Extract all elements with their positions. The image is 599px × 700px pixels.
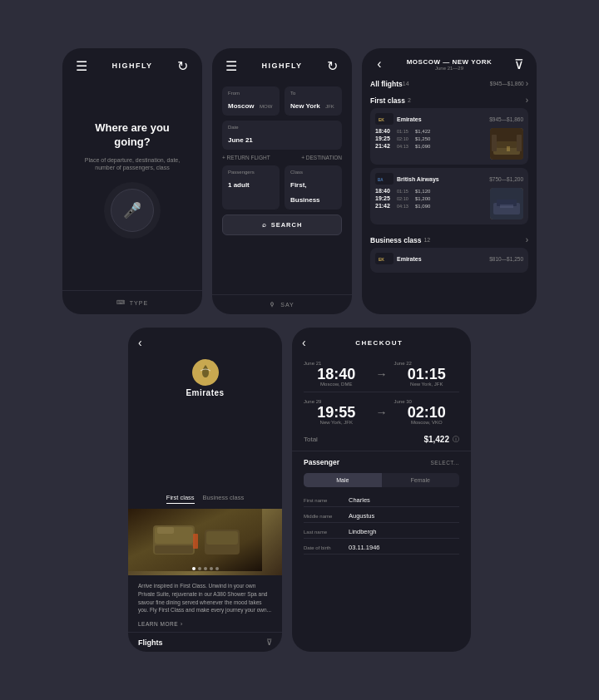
svg-rect-5: [507, 146, 510, 151]
outbound-depart: June 21 18:40 Moscow, DME: [304, 361, 369, 387]
all-flights-header[interactable]: All flights 14 $945—$1,860 ›: [370, 75, 528, 91]
date-label: Date: [228, 125, 336, 130]
ba-flight-row-2: 19:25 02:10 $1,200: [375, 195, 488, 201]
british-airways-card[interactable]: BA British Airways $750—$1,200 18:40: [370, 168, 528, 224]
middle-name-label: Middle name: [304, 514, 349, 519]
outbound-segment: June 21 18:40 Moscow, DME → June 22 01:1…: [292, 356, 471, 390]
photo-dot-4[interactable]: [210, 567, 213, 570]
voice-content: Where are you going? Place of departure,…: [62, 80, 202, 290]
svg-rect-20: [155, 545, 193, 554]
first-class-section: First class 2 › EK: [370, 91, 528, 224]
svg-text:EK: EK: [379, 117, 384, 122]
return-depart-time: 19:55: [317, 405, 355, 420]
first-name-value: Charles: [349, 496, 370, 504]
return-flight-btn[interactable]: + RETURN FLIGHT: [222, 155, 270, 160]
back-button-airline[interactable]: ‹: [138, 336, 142, 349]
svg-text:BA: BA: [378, 178, 384, 182]
gender-female-btn[interactable]: Female: [382, 473, 460, 487]
back-icon-results[interactable]: ‹: [372, 57, 387, 71]
first-class-chevron: ›: [526, 96, 528, 105]
search-bottom-bar: 🎙 SAY: [212, 294, 352, 314]
gender-male-btn[interactable]: Male: [304, 473, 382, 487]
return-arrive-airport: Moscow, VKO: [411, 420, 443, 425]
search-icon: ⌕: [262, 221, 267, 229]
screen-airline-detail: ‹ Emirates First class Business class: [128, 328, 282, 652]
flight-row-1: 18:40 01:15 $1,422: [375, 128, 488, 134]
type-label: TYPE: [130, 300, 148, 306]
type-button[interactable]: ⌨ TYPE: [116, 299, 148, 306]
flight-row-3: 21:42 04:13 $1,090: [375, 143, 488, 149]
voice-subtext: Place of departure, destination, date, n…: [77, 156, 187, 173]
last-name-value: Lindbergh: [349, 528, 376, 535]
flight-row-2: 19:25 02:10 $1,250: [375, 136, 488, 141]
say-button[interactable]: 🎙 SAY: [270, 302, 295, 308]
menu-icon-search[interactable]: ☰: [224, 58, 239, 73]
search-button[interactable]: ⌕ SEARCH: [222, 214, 342, 235]
first-class-header[interactable]: First class 2 ›: [370, 91, 528, 108]
passengers-label: Passengers: [228, 170, 274, 175]
business-class-header[interactable]: Business class 12 ›: [370, 231, 528, 248]
emirates-logo-row: EK Emirates: [375, 113, 422, 125]
cabin-photo: [128, 509, 282, 575]
ba-logo-row: BA British Airways: [375, 173, 439, 185]
middle-name-field[interactable]: Middle name Augustus: [304, 510, 459, 523]
filter-icon[interactable]: ⊽: [512, 57, 527, 71]
refresh-icon[interactable]: ↻: [176, 58, 191, 73]
passenger-title: Passenger: [304, 458, 339, 466]
emirates-emblem: [192, 359, 219, 386]
route-text: MOSCOW — NEW YORK: [407, 58, 493, 66]
svg-text:EK: EK: [379, 257, 384, 262]
class-label: Class: [290, 170, 336, 175]
refresh-icon-search[interactable]: ↻: [325, 58, 340, 73]
results-header: ‹ MOSCOW — NEW YORK June 21—29 ⊽: [362, 48, 537, 75]
info-icon[interactable]: ⓘ: [453, 435, 459, 444]
action-row: + RETURN FLIGHT + DESTINATION: [222, 155, 342, 160]
last-name-field[interactable]: Last name Lindbergh: [304, 525, 459, 539]
return-arrive: June 30 02:10 Moscow, VKO: [394, 399, 460, 425]
photo-dot-3[interactable]: [204, 567, 207, 570]
date-field[interactable]: Date June 21: [222, 121, 342, 150]
photo-dot-1[interactable]: [192, 567, 196, 570]
voice-bottom-bar: ⌨ TYPE: [62, 290, 202, 314]
back-button-checkout[interactable]: ‹: [302, 336, 306, 349]
emirates-header: EK Emirates $945—$1,860: [375, 113, 523, 125]
flights-section-header: Flights ⊽: [128, 632, 282, 652]
learn-more-link[interactable]: LEARN MORE ›: [128, 621, 282, 632]
mic-button[interactable]: 🎤: [111, 189, 154, 232]
return-arrive-time: 02:10: [408, 405, 446, 420]
add-destination-btn[interactable]: + DESTINATION: [301, 155, 342, 160]
middle-name-value: Augustus: [349, 512, 374, 520]
chevron-right-icon: ›: [181, 621, 183, 627]
class-field[interactable]: Class First, Business: [285, 165, 342, 210]
screen-checkout: ‹ CHECKOUT June 21 18:40 Moscow, DME → J…: [292, 328, 471, 652]
from-field[interactable]: From Moscow MOW: [222, 86, 280, 116]
to-iata: JFK: [325, 104, 334, 109]
menu-icon[interactable]: ☰: [74, 58, 89, 73]
business-emirates-card[interactable]: EK Emirates $810—$1,250: [370, 248, 528, 273]
return-depart-airport: New York, JFK: [320, 420, 353, 425]
select-passenger-btn[interactable]: SELECT...: [431, 460, 459, 466]
total-label: Total: [304, 436, 318, 443]
tab-business-class[interactable]: Business class: [203, 494, 245, 504]
emirates-card[interactable]: EK Emirates $945—$1,860 18:40: [370, 108, 528, 165]
photo-dot-2[interactable]: [198, 567, 201, 570]
ba-flights-info: 18:40 01:15 $1,120 19:25 02:10 $1,200: [375, 188, 488, 219]
svg-rect-7: [517, 135, 522, 151]
flights-filter-icon[interactable]: ⊽: [266, 638, 272, 647]
passengers-field[interactable]: Passengers 1 adult: [222, 165, 280, 210]
ba-header: BA British Airways $750—$1,200: [375, 173, 523, 185]
outbound-arrow-icon: →: [376, 367, 388, 381]
first-name-field[interactable]: First name Charles: [304, 494, 459, 507]
checkout-header: ‹ CHECKOUT: [292, 328, 471, 356]
to-field[interactable]: To New York JFK: [285, 86, 342, 116]
results-body: All flights 14 $945—$1,860 › First class…: [362, 75, 537, 314]
dob-field[interactable]: Date of birth 03.11.1946: [304, 541, 459, 555]
nav-bar-search: ☰ HIGHFLY ↻: [212, 48, 352, 80]
tab-first-class[interactable]: First class: [166, 494, 195, 504]
business-emirates-price: $810—$1,250: [489, 256, 523, 262]
mic-icon: 🎤: [123, 201, 141, 219]
photo-dot-5[interactable]: [215, 567, 219, 570]
say-label: SAY: [280, 302, 295, 308]
emirates-logo: EK: [375, 113, 394, 125]
airline-detail-header: ‹: [128, 328, 282, 354]
